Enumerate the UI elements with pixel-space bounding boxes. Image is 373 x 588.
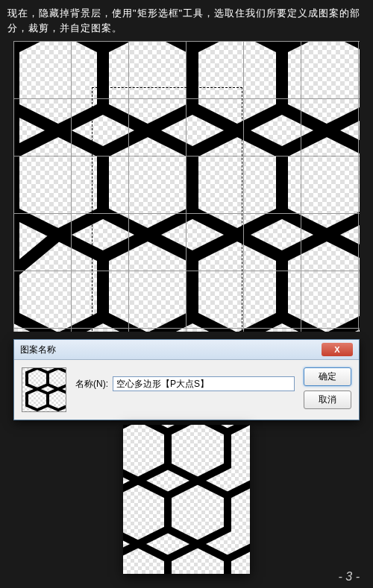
pattern-thumbnail	[22, 367, 66, 412]
name-label: 名称(N):	[75, 378, 108, 391]
editor-canvas	[13, 41, 360, 332]
pattern-name-dialog: 图案名称 X 名称(N): 确定 取消	[13, 339, 360, 420]
dialog-body: 名称(N): 确定 取消	[14, 360, 359, 420]
pattern-name-input[interactable]	[113, 376, 295, 391]
rectangular-marquee-selection[interactable]	[92, 87, 242, 332]
ok-button[interactable]: 确定	[304, 367, 351, 386]
cancel-button[interactable]: 取消	[304, 391, 351, 409]
dialog-title-text: 图案名称	[20, 344, 56, 356]
page-number: - 3 -	[339, 570, 360, 584]
instruction-text: 现在，隐藏掉背景层，使用"矩形选框"工具，选取住我们所要定义成图案的部分，裁剪，…	[0, 0, 373, 41]
pattern-preview	[123, 425, 250, 574]
close-icon[interactable]: X	[322, 343, 353, 356]
dialog-titlebar: 图案名称 X	[14, 340, 359, 360]
